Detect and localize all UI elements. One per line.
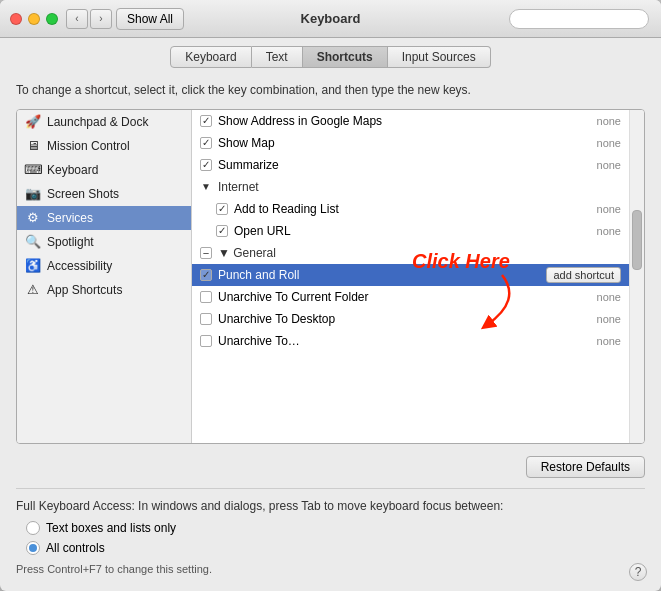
shortcut-key: none (597, 225, 621, 237)
table-row[interactable]: Show Map none (192, 132, 629, 154)
keyboard-icon: ⌨ (25, 162, 41, 178)
add-shortcut-button[interactable]: add shortcut (546, 267, 621, 283)
shortcut-label: Open URL (234, 224, 589, 238)
launchpad-icon: 🚀 (25, 114, 41, 130)
group-label: ▼ General (218, 246, 621, 260)
radio-all-controls[interactable] (26, 541, 40, 555)
group-label: Internet (218, 180, 621, 194)
table-row-punch-and-roll[interactable]: Punch and Roll add shortcut (192, 264, 629, 286)
sidebar-item-app-shortcuts[interactable]: ⚠ App Shortcuts (17, 278, 191, 302)
table-row[interactable]: Show Address in Google Maps none (192, 110, 629, 132)
search-input[interactable] (509, 9, 649, 29)
titlebar: ‹ › Show All Keyboard (0, 0, 661, 38)
tab-text[interactable]: Text (252, 46, 303, 68)
sidebar-item-label: App Shortcuts (47, 283, 122, 297)
shortcut-label: Punch and Roll (218, 268, 538, 282)
help-button[interactable]: ? (629, 563, 647, 581)
sidebar-item-label: Screen Shots (47, 187, 119, 201)
checkbox-show-address[interactable] (200, 115, 212, 127)
sidebar-item-label: Launchpad & Dock (47, 115, 148, 129)
shortcut-key: none (597, 335, 621, 347)
shortcut-key: none (597, 159, 621, 171)
divider (16, 488, 645, 489)
sidebar-item-label: Keyboard (47, 163, 98, 177)
group-header-internet: ▼ Internet (192, 176, 629, 198)
sidebar-item-label: Mission Control (47, 139, 130, 153)
window: ‹ › Show All Keyboard Keyboard Text Shor… (0, 0, 661, 591)
scrollbar[interactable] (629, 110, 644, 443)
shortcut-label: Summarize (218, 158, 589, 172)
checkbox-general[interactable] (200, 247, 212, 259)
table-row[interactable]: Unarchive To Current Folder none (192, 286, 629, 308)
fka-hint: Press Control+F7 to change this setting. (16, 563, 645, 575)
back-button[interactable]: ‹ (66, 9, 88, 29)
shortcut-key: none (597, 313, 621, 325)
checkbox-unarchive-to[interactable] (200, 335, 212, 347)
accessibility-icon: ♿ (25, 258, 41, 274)
radio-item-all-controls[interactable]: All controls (26, 541, 645, 555)
radio-group: Text boxes and lists only All controls (16, 521, 645, 555)
restore-row: Restore Defaults (16, 452, 645, 482)
checkbox-internet[interactable]: ▼ (200, 181, 212, 193)
search-box (509, 9, 649, 29)
bottom-section: Restore Defaults Full Keyboard Access: I… (16, 444, 645, 581)
shortcut-key: none (597, 291, 621, 303)
sidebar-item-label: Accessibility (47, 259, 112, 273)
table-row[interactable]: Unarchive To… none (192, 330, 629, 352)
checkbox-unarchive-desktop[interactable] (200, 313, 212, 325)
sidebar-item-spotlight[interactable]: 🔍 Spotlight (17, 230, 191, 254)
main-area: 🚀 Launchpad & Dock 🖥 Mission Control ⌨ K… (16, 109, 645, 444)
sidebar: 🚀 Launchpad & Dock 🖥 Mission Control ⌨ K… (17, 110, 192, 443)
mission-control-icon: 🖥 (25, 138, 41, 154)
sidebar-item-mission-control[interactable]: 🖥 Mission Control (17, 134, 191, 158)
radio-label: Text boxes and lists only (46, 521, 176, 535)
group-header-general: ▼ General (192, 242, 629, 264)
sidebar-item-keyboard[interactable]: ⌨ Keyboard (17, 158, 191, 182)
window-title: Keyboard (301, 11, 361, 26)
screenshots-icon: 📷 (25, 186, 41, 202)
shortcut-label: Unarchive To Desktop (218, 312, 589, 326)
content-area: To change a shortcut, select it, click t… (0, 74, 661, 591)
sidebar-item-screenshots[interactable]: 📷 Screen Shots (17, 182, 191, 206)
maximize-button[interactable] (46, 13, 58, 25)
checkbox-add-reading-list[interactable] (216, 203, 228, 215)
nav-buttons: ‹ › (66, 9, 112, 29)
checkbox-punch-and-roll[interactable] (200, 269, 212, 281)
shortcut-key: none (597, 115, 621, 127)
sidebar-item-label: Spotlight (47, 235, 94, 249)
sidebar-item-services[interactable]: ⚙ Services (17, 206, 191, 230)
show-all-button[interactable]: Show All (116, 8, 184, 30)
checkbox-open-url[interactable] (216, 225, 228, 237)
tab-input-sources[interactable]: Input Sources (388, 46, 491, 68)
sidebar-item-accessibility[interactable]: ♿ Accessibility (17, 254, 191, 278)
fka-title: Full Keyboard Access: In windows and dia… (16, 499, 645, 513)
restore-defaults-button[interactable]: Restore Defaults (526, 456, 645, 478)
shortcut-label: Unarchive To… (218, 334, 589, 348)
scrollbar-thumb[interactable] (632, 210, 642, 270)
radio-item-text-boxes[interactable]: Text boxes and lists only (26, 521, 645, 535)
sidebar-item-label: Services (47, 211, 93, 225)
radio-text-boxes[interactable] (26, 521, 40, 535)
scrollbar-track (630, 110, 644, 443)
spotlight-icon: 🔍 (25, 234, 41, 250)
forward-button[interactable]: › (90, 9, 112, 29)
instructions-text: To change a shortcut, select it, click t… (16, 74, 645, 109)
radio-label: All controls (46, 541, 105, 555)
minimize-button[interactable] (28, 13, 40, 25)
table-row[interactable]: Add to Reading List none (192, 198, 629, 220)
shortcut-key: none (597, 203, 621, 215)
table-row[interactable]: Unarchive To Desktop none (192, 308, 629, 330)
shortcuts-area: Show Address in Google Maps none Show Ma… (192, 110, 644, 443)
tab-shortcuts[interactable]: Shortcuts (303, 46, 388, 68)
services-icon: ⚙ (25, 210, 41, 226)
sidebar-item-launchpad[interactable]: 🚀 Launchpad & Dock (17, 110, 191, 134)
checkbox-unarchive-current[interactable] (200, 291, 212, 303)
tab-keyboard[interactable]: Keyboard (170, 46, 251, 68)
shortcut-label: Unarchive To Current Folder (218, 290, 589, 304)
table-row[interactable]: Open URL none (192, 220, 629, 242)
table-row[interactable]: Summarize none (192, 154, 629, 176)
checkbox-show-map[interactable] (200, 137, 212, 149)
checkbox-summarize[interactable] (200, 159, 212, 171)
close-button[interactable] (10, 13, 22, 25)
app-shortcuts-icon: ⚠ (25, 282, 41, 298)
